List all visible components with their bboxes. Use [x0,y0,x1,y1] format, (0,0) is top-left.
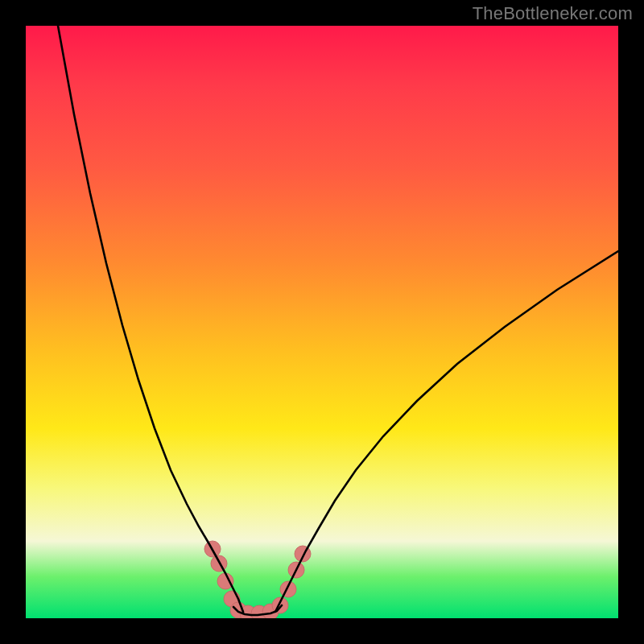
plot-frame [26,26,618,618]
watermark-label: TheBottleneker.com [473,3,633,24]
data-marker [217,573,233,589]
curve-left-branch [58,26,243,612]
data-marker [280,581,296,597]
curve-right-branch [275,251,618,612]
marker-group [204,541,311,618]
plot-svg [26,26,618,618]
